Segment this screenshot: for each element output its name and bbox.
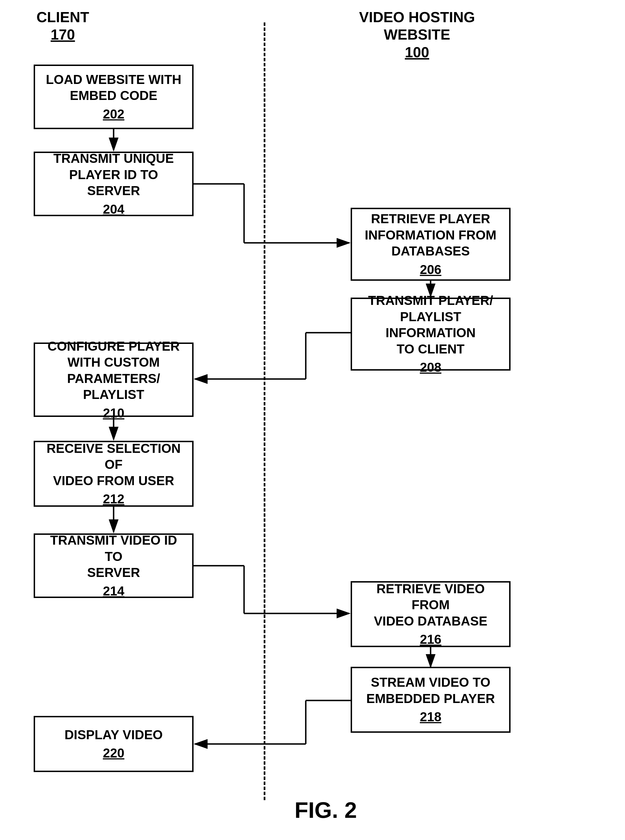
box-216: RETRIEVE VIDEO FROMVIDEO DATABASE 216 [351, 581, 510, 647]
box-218: STREAM VIDEO TOEMBEDDED PLAYER 218 [351, 667, 510, 733]
diagram-container: CLIENT 170 VIDEO HOSTINGWEBSITE 100 [0, 0, 625, 840]
box-212: RECEIVE SELECTION OFVIDEO FROM USER 212 [34, 441, 194, 507]
box-214: TRANSMIT VIDEO ID TOSERVER 214 [34, 533, 194, 598]
box-220: DISPLAY VIDEO 220 [34, 716, 194, 772]
box-210: CONFIGURE PLAYERWITH CUSTOMPARAMETERS/ P… [34, 343, 194, 417]
box-208: TRANSMIT PLAYER/PLAYLIST INFORMATIONTO C… [351, 298, 510, 371]
box-206: RETRIEVE PLAYERINFORMATION FROMDATABASES… [351, 208, 510, 281]
client-header: CLIENT 170 [36, 8, 89, 44]
vhw-header: VIDEO HOSTINGWEBSITE 100 [359, 8, 475, 61]
fig-label: FIG. 2 [295, 797, 357, 823]
box-202: LOAD WEBSITE WITHEMBED CODE 202 [34, 65, 194, 129]
divider-line [264, 22, 265, 800]
box-204: TRANSMIT UNIQUEPLAYER ID TO SERVER 204 [34, 151, 194, 216]
